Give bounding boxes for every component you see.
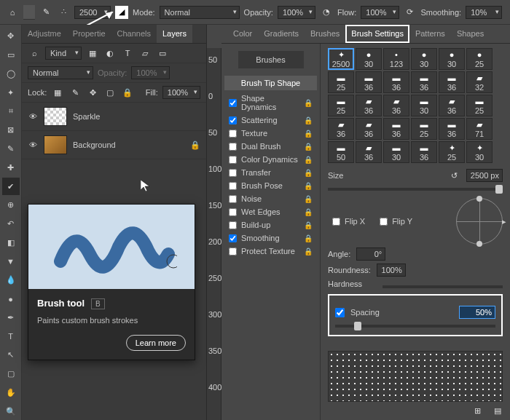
pressure-opacity-icon[interactable]: ◔: [320, 6, 333, 19]
path-tool[interactable]: ↖: [2, 346, 20, 364]
marquee-tool[interactable]: ▭: [2, 47, 20, 64]
brush-preset[interactable]: ●30: [356, 48, 382, 70]
brush-preset[interactable]: ✦25: [439, 141, 465, 163]
opacity-dropdown[interactable]: 100%: [278, 6, 315, 19]
brush-preset[interactable]: ▰71: [466, 118, 493, 140]
brush-preset[interactable]: ▬25: [328, 95, 354, 116]
brush-preset[interactable]: ✦30: [466, 141, 493, 163]
brush-preset[interactable]: ●25: [466, 48, 493, 70]
layer-row[interactable]: 👁 Background 🔒: [22, 131, 206, 159]
history-brush-tool[interactable]: ↶: [2, 215, 20, 233]
brush-size-dropdown[interactable]: 2500: [74, 6, 111, 19]
tab-brush-settings[interactable]: Brush Settings: [345, 25, 409, 43]
flow-dropdown[interactable]: 100%: [361, 6, 399, 19]
brush-preset[interactable]: ▰36: [356, 141, 382, 163]
spacing-field[interactable]: 50%: [459, 306, 495, 319]
brush-preset[interactable]: ▬25: [411, 118, 437, 140]
angle-control[interactable]: ▸: [456, 198, 503, 245]
brush-option-smoothing[interactable]: Smoothing🔒: [224, 231, 317, 245]
layer-row[interactable]: 👁 Sparkle: [22, 103, 206, 131]
tab-adjustments[interactable]: Adjustme: [22, 25, 67, 43]
flip-x-checkbox[interactable]: Flip X: [328, 215, 369, 228]
layer-opacity-dropdown[interactable]: 100%: [131, 66, 169, 79]
gradient-tool[interactable]: ▼: [2, 253, 20, 270]
roundness-field[interactable]: 100%: [377, 264, 406, 277]
filter-smart-icon[interactable]: ▭: [156, 47, 169, 60]
lasso-tool[interactable]: ◯: [2, 66, 20, 83]
brush-option-wet-edges[interactable]: Wet Edges🔒: [224, 205, 317, 218]
brush-option-color-dynamics[interactable]: Color Dynamics🔒: [224, 153, 317, 166]
layer-blend-dropdown[interactable]: Normal: [28, 66, 93, 79]
zoom-tool[interactable]: 🔍: [2, 403, 20, 420]
brush-preset[interactable]: ●30: [439, 48, 465, 70]
lock-all-icon[interactable]: 🔒: [121, 86, 134, 99]
brush-option-scattering[interactable]: Scattering🔒: [224, 114, 317, 127]
search-icon[interactable]: ⌕: [28, 47, 41, 60]
layer-thumb[interactable]: [44, 107, 67, 126]
brush-option-texture[interactable]: Texture🔒: [224, 127, 317, 140]
eyedropper-tool[interactable]: ✎: [2, 140, 20, 158]
hand-tool[interactable]: ✋: [2, 384, 20, 402]
tab-patterns[interactable]: Patterns: [409, 25, 451, 43]
layer-name[interactable]: Sparkle: [73, 112, 100, 121]
brush-option-dual-brush[interactable]: Dual Brush🔒: [224, 140, 317, 153]
tab-channels[interactable]: Channels: [111, 25, 157, 43]
brush-preset[interactable]: ▬50: [328, 141, 354, 163]
brush-option-transfer[interactable]: Transfer🔒: [224, 166, 317, 179]
brush-preset[interactable]: ▬30: [383, 141, 409, 163]
brush-preset-icon[interactable]: ∴: [57, 6, 70, 19]
filter-type-icon[interactable]: T: [121, 47, 134, 60]
lock-paint-icon[interactable]: ✎: [68, 86, 82, 99]
size-slider[interactable]: [328, 188, 503, 191]
fill-dropdown[interactable]: 100%: [162, 86, 200, 99]
layer-name[interactable]: Background: [73, 140, 116, 149]
brush-preset[interactable]: ▬36: [439, 71, 465, 93]
pen-tool[interactable]: ✒: [2, 309, 20, 326]
brush-preset[interactable]: ✦2500: [328, 48, 354, 70]
brush-preset[interactable]: ●30: [411, 48, 437, 70]
brush-preset[interactable]: ▬36: [383, 118, 409, 140]
brush-preset[interactable]: ▬36: [411, 141, 437, 163]
size-field[interactable]: 2500 px: [466, 169, 503, 182]
layer-thumb[interactable]: [44, 135, 67, 154]
brush-preset[interactable]: ▰32: [466, 71, 493, 93]
visibility-icon[interactable]: 👁: [28, 140, 38, 149]
new-preset-icon[interactable]: ⊞: [471, 404, 484, 417]
brush-preset[interactable]: ▰36: [356, 118, 382, 140]
brush-preset[interactable]: ▰36: [439, 95, 465, 116]
lock-pixels-icon[interactable]: ▦: [51, 86, 64, 99]
tab-layers[interactable]: Layers: [157, 25, 192, 43]
brush-option-shape-dynamics[interactable]: Shape Dynamics🔒: [224, 92, 317, 114]
tab-brushes[interactable]: Brushes: [305, 25, 345, 43]
tab-properties[interactable]: Propertie: [67, 25, 111, 43]
type-tool[interactable]: T: [2, 328, 20, 345]
spacing-slider[interactable]: [335, 325, 495, 328]
healing-tool[interactable]: ✚: [2, 159, 20, 176]
brush-tool[interactable]: ✔: [2, 178, 20, 195]
eraser-tool[interactable]: ◧: [2, 234, 20, 251]
brush-preset[interactable]: ▬25: [328, 71, 354, 93]
dodge-tool[interactable]: ●: [2, 290, 20, 308]
brushes-button[interactable]: Brushes: [238, 51, 304, 68]
spacing-checkbox[interactable]: [335, 308, 345, 317]
pressure-size-icon[interactable]: ◢: [115, 6, 128, 19]
tab-gradients[interactable]: Gradients: [258, 25, 305, 43]
flip-y-checkbox[interactable]: Flip Y: [375, 215, 417, 228]
panel-menu-icon[interactable]: ▤: [491, 404, 504, 417]
tab-shapes[interactable]: Shapes: [451, 25, 490, 43]
angle-field[interactable]: 0°: [356, 247, 385, 261]
wand-tool[interactable]: ✦: [2, 84, 20, 101]
brush-option-protect-texture[interactable]: Protect Texture🔒: [224, 245, 317, 258]
brush-tip-shape[interactable]: Brush Tip Shape: [224, 76, 317, 90]
filter-adjust-icon[interactable]: ◐: [103, 47, 117, 60]
brush-option-noise[interactable]: Noise🔒: [224, 192, 317, 205]
shape-tool[interactable]: ▢: [2, 365, 20, 383]
brush-preset[interactable]: ▬36: [411, 71, 437, 93]
visibility-icon[interactable]: 👁: [28, 112, 38, 121]
brush-preset[interactable]: ▰36: [328, 118, 354, 140]
brush-preset[interactable]: ▰36: [356, 95, 382, 116]
move-tool[interactable]: ✥: [2, 28, 20, 45]
brush-icon[interactable]: ✎: [39, 6, 52, 19]
smoothing-dropdown[interactable]: 10%: [466, 6, 502, 19]
blur-tool[interactable]: 💧: [2, 272, 20, 289]
